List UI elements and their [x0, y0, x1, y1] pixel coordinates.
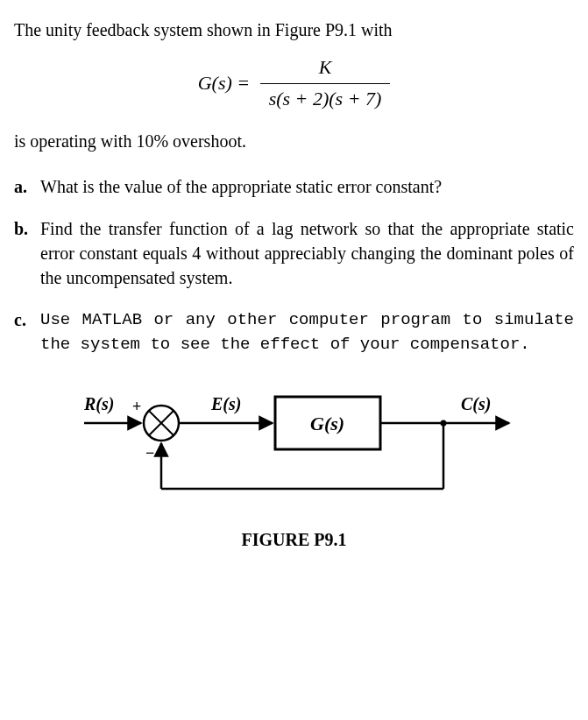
part-b: b. Find the transfer function of a lag n…	[14, 216, 574, 290]
figure-caption: FIGURE P9.1	[14, 527, 574, 552]
part-b-marker: b.	[14, 216, 40, 290]
equation-lhs: G(s) =	[198, 70, 250, 97]
part-c: c. Use MATLAB or any other computer prog…	[14, 307, 574, 357]
intro-after: is operating with 10% overshoot.	[14, 129, 574, 153]
equation-fraction: K s(s + 2)(s + 7)	[260, 54, 391, 113]
g-label: G(s)	[310, 413, 344, 434]
equation-numerator: K	[260, 54, 391, 84]
block-diagram: R(s) + − E(s) G(s) C(s) FIGURE P9.1	[14, 375, 574, 552]
question-parts-list: a. What is the value of the appropriate …	[14, 174, 574, 357]
block-diagram-svg: R(s) + − E(s) G(s) C(s)	[58, 375, 531, 515]
transfer-function-equation: G(s) = K s(s + 2)(s + 7)	[14, 54, 574, 113]
part-a-marker: a.	[14, 174, 40, 199]
e-label: E(s)	[210, 394, 241, 414]
part-c-text: Use MATLAB or any other computer program…	[40, 307, 574, 357]
c-label: C(s)	[461, 394, 491, 414]
r-label: R(s)	[83, 394, 114, 414]
part-a: a. What is the value of the appropriate …	[14, 174, 574, 199]
intro-before: The unity feedback system shown in Figur…	[14, 18, 574, 42]
part-c-marker: c.	[14, 307, 40, 357]
plus-sign: +	[132, 398, 141, 415]
pickoff-node	[440, 420, 446, 426]
part-b-text: Find the transfer function of a lag netw…	[40, 216, 574, 290]
equation-denominator: s(s + 2)(s + 7)	[260, 84, 391, 113]
minus-sign: −	[145, 444, 154, 462]
part-a-text: What is the value of the appropriate sta…	[40, 174, 574, 199]
